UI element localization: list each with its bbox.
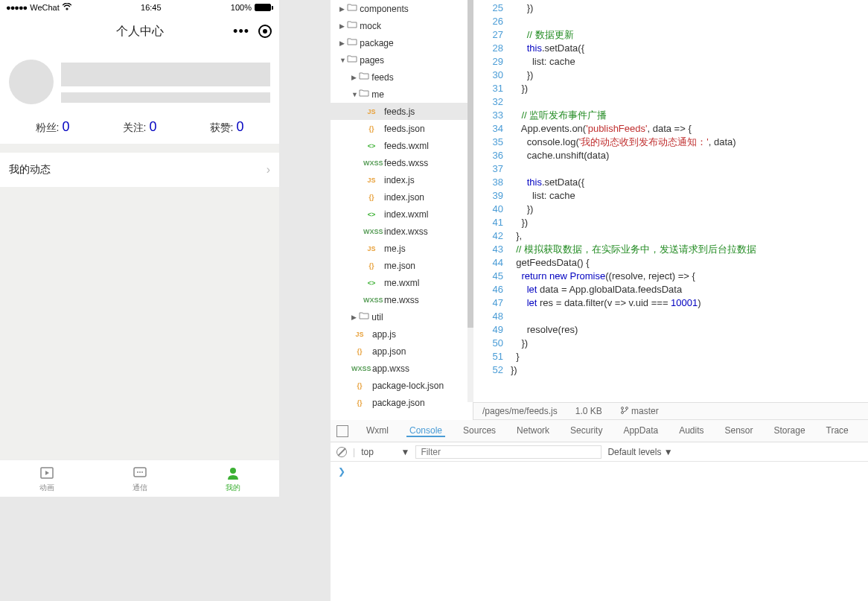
avatar[interactable] [9, 60, 54, 104]
capsule-menu-icon[interactable]: ••• [233, 24, 249, 39]
folder-me[interactable]: ▼ me [331, 86, 473, 103]
file-feeds.json[interactable]: {}feeds.json [331, 120, 473, 137]
tree-scrollbar[interactable] [467, 0, 473, 402]
chevron-right-icon: › [267, 163, 270, 177]
tab-bar: 动画 通信 我的 [0, 460, 279, 497]
signal-dots: ●●●●● [6, 3, 27, 12]
folder-icon [347, 2, 357, 15]
expand-arrow-icon[interactable]: ▼ [339, 57, 347, 64]
tab-me[interactable]: 我的 [186, 460, 279, 497]
list-item-label: 我的动态 [9, 163, 51, 177]
console-filter-input[interactable] [415, 445, 601, 459]
file-package-lock.json[interactable]: {}package-lock.json [331, 377, 473, 394]
devtab-sources[interactable]: Sources [460, 425, 499, 436]
file-me.js[interactable]: JSme.js [331, 240, 473, 257]
expand-arrow-icon[interactable]: ▼ [351, 91, 359, 98]
user-icon [225, 465, 241, 481]
svg-point-6 [621, 407, 623, 410]
file-app.wxss[interactable]: WXSSapp.wxss [331, 360, 473, 377]
devtab-trace[interactable]: Trace [823, 425, 852, 436]
folder-mock[interactable]: ▶ mock [331, 17, 473, 34]
wifi-icon [63, 3, 71, 12]
devtab-console[interactable]: Console [406, 425, 445, 437]
devtab-appdata[interactable]: AppData [620, 425, 661, 436]
context-dropdown[interactable]: top ▼ [361, 447, 409, 457]
file-ext-icon: {} [351, 348, 368, 355]
devtab-security[interactable]: Security [567, 425, 605, 436]
expand-arrow-icon[interactable]: ▶ [351, 74, 359, 81]
file-me.wxml[interactable]: <>me.wxml [331, 274, 473, 291]
console-toolbar: | top ▼ Default levels ▼ [331, 442, 868, 462]
svg-point-8 [621, 412, 623, 414]
battery-icon [255, 4, 273, 11]
devtools-tabs: WxmlConsoleSourcesNetworkSecurityAppData… [331, 420, 868, 442]
expand-arrow-icon[interactable]: ▶ [339, 39, 347, 47]
stat-follow[interactable]: 关注:0 [96, 119, 183, 135]
code-editor[interactable]: 2526272829303132333435363738394041424344… [473, 0, 868, 402]
git-branch[interactable]: master [620, 406, 659, 416]
element-picker-icon[interactable] [336, 425, 348, 437]
folder-icon [347, 19, 357, 32]
battery-percent: 100% [231, 3, 252, 12]
svg-point-4 [141, 471, 143, 473]
carrier-label: WeChat [30, 3, 60, 12]
file-ext-icon: WXSS [363, 228, 380, 235]
file-ext-icon: WXSS [363, 296, 380, 304]
svg-point-7 [625, 407, 628, 410]
file-package.json[interactable]: {}package.json [331, 394, 473, 411]
list-item-my-feeds[interactable]: 我的动态 › [0, 153, 279, 187]
phone-content: 粉丝:0 关注:0 获赞:0 我的动态 › [0, 48, 279, 460]
file-index.wxml[interactable]: <>index.wxml [331, 206, 473, 223]
file-ext-icon: {} [363, 125, 380, 133]
devtab-storage[interactable]: Storage [771, 425, 808, 436]
file-ext-icon: JS [351, 331, 368, 338]
file-app.js[interactable]: JSapp.js [331, 325, 473, 343]
devtab-sensor[interactable]: Sensor [722, 425, 756, 436]
capsule-close-icon[interactable] [258, 25, 272, 38]
nickname-placeholder [61, 63, 270, 86]
levels-dropdown[interactable]: Default levels ▼ [607, 447, 672, 457]
file-feeds.wxml[interactable]: <>feeds.wxml [331, 137, 473, 154]
devtab-network[interactable]: Network [514, 425, 552, 436]
expand-arrow-icon[interactable]: ▶ [339, 22, 347, 30]
stat-likes[interactable]: 获赞:0 [183, 119, 270, 135]
line-gutter: 2526272829303132333435363738394041424344… [473, 0, 511, 402]
file-index.json[interactable]: {}index.json [331, 188, 473, 206]
file-ext-icon: {} [363, 262, 380, 270]
tab-chat[interactable]: 通信 [93, 460, 186, 497]
stat-fans[interactable]: 粉丝:0 [9, 119, 96, 135]
clear-console-icon[interactable] [336, 447, 347, 457]
folder-package[interactable]: ▶ package [331, 34, 473, 51]
file-app.json[interactable]: {}app.json [331, 343, 473, 360]
svg-point-2 [137, 471, 138, 473]
expand-arrow-icon[interactable]: ▶ [351, 314, 359, 321]
phone-simulator: ●●●●● WeChat 16:45 100% 个人中心 ••• [0, 0, 279, 497]
file-index.js[interactable]: JSindex.js [331, 171, 473, 188]
folder-icon [347, 36, 357, 49]
file-feeds.wxss[interactable]: WXSSfeeds.wxss [331, 154, 473, 171]
folder-components[interactable]: ▶ components [331, 0, 473, 17]
devtab-audits[interactable]: Audits [676, 425, 706, 436]
devtab-wxml[interactable]: Wxml [363, 425, 392, 436]
phone-nav-bar: 个人中心 ••• [0, 15, 279, 48]
file-me.json[interactable]: {}me.json [331, 257, 473, 274]
file-size: 1.0 KB [575, 406, 602, 416]
file-me.wxss[interactable]: WXSSme.wxss [331, 291, 473, 308]
editor-status-bar: /pages/me/feeds.js 1.0 KB master [473, 402, 868, 420]
tab-feed[interactable]: 动画 [0, 460, 93, 497]
file-feeds.js[interactable]: JSfeeds.js [331, 103, 473, 120]
profile-card: 粉丝:0 关注:0 获赞:0 [0, 48, 279, 144]
file-ext-icon: <> [363, 279, 380, 287]
page-title: 个人中心 [116, 24, 164, 39]
file-ext-icon: {} [351, 399, 368, 407]
folder-feeds[interactable]: ▶ feeds [331, 69, 473, 86]
file-index.wxss[interactable]: WXSSindex.wxss [331, 223, 473, 240]
console-output[interactable]: ❯ [331, 462, 868, 601]
expand-arrow-icon[interactable]: ▶ [339, 5, 347, 13]
status-time: 16:45 [141, 3, 162, 12]
file-explorer[interactable]: ▶ components▶ mock▶ package▼ pages▶ feed… [331, 0, 473, 421]
console-prompt: ❯ [338, 466, 345, 477]
folder-pages[interactable]: ▼ pages [331, 51, 473, 69]
folder-util[interactable]: ▶ util [331, 308, 473, 325]
code-body[interactable]: }) // 数据更新 this.setData({ list: cache })… [511, 0, 868, 402]
